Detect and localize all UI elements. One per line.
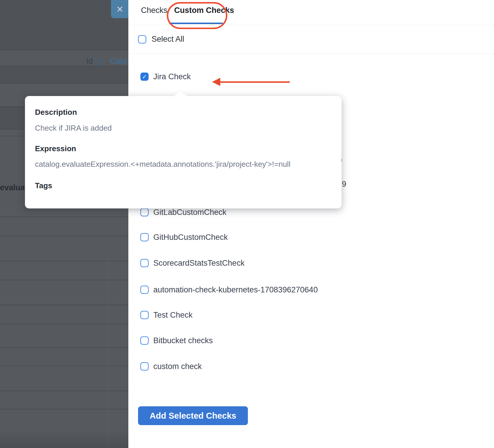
checkbox[interactable] xyxy=(140,208,149,216)
checkbox[interactable] xyxy=(140,286,149,294)
table-header-id: Id i : Cata xyxy=(86,57,127,66)
table-row-separator xyxy=(0,409,128,409)
checkbox[interactable] xyxy=(140,336,149,345)
check-label: ScorecardStatsTestCheck xyxy=(153,259,245,268)
checkbox[interactable] xyxy=(140,362,149,370)
annotation-arrow-icon xyxy=(212,78,220,86)
check-row[interactable]: ScorecardStatsTestCheck xyxy=(140,259,245,267)
tooltip-tags-label: Tags xyxy=(35,181,52,190)
tooltip-description-label: Description xyxy=(35,108,77,117)
checkbox[interactable] xyxy=(140,311,149,319)
check-label: GitLabCustomCheck xyxy=(153,208,226,217)
check-row[interactable]: GitHubCustomCheck xyxy=(140,233,228,241)
table-row-separator xyxy=(0,217,128,217)
check-label: Bitbucket checks xyxy=(153,336,213,345)
table-cell-partial-text: evaluat xyxy=(0,183,27,192)
table-row-separator xyxy=(0,391,128,391)
check-row[interactable]: ✓Jira Check xyxy=(140,73,191,81)
id-label: Id xyxy=(86,57,93,66)
tab-custom-checks[interactable]: Custom Checks xyxy=(174,6,234,15)
checkbox[interactable] xyxy=(140,233,149,241)
check-row[interactable]: automation-check-kubernetes-170839627064… xyxy=(140,286,318,294)
divider xyxy=(128,25,494,25)
checkbox[interactable] xyxy=(140,259,149,267)
table-row-separator xyxy=(0,261,128,261)
table-bottom-shade xyxy=(0,429,128,448)
check-label: GitHubCustomCheck xyxy=(153,233,228,242)
checkbox-checked[interactable]: ✓ xyxy=(140,73,149,81)
close-button[interactable]: ✕ xyxy=(111,0,129,18)
table-row-separator xyxy=(0,236,128,236)
table-row-band xyxy=(0,66,128,83)
table-row-separator xyxy=(0,305,128,305)
check-details-tooltip: Description Check if JIRA is added Expre… xyxy=(25,96,342,208)
table-row-separator xyxy=(0,66,128,66)
check-label: Jira Check xyxy=(153,72,191,81)
occluded-check-fragment: 9 xyxy=(342,180,346,189)
table-column-separator xyxy=(108,258,108,448)
annotation-arrow-line xyxy=(219,81,290,83)
check-row[interactable]: Bitbucket checks xyxy=(140,336,213,345)
table-row-separator xyxy=(0,83,128,83)
check-row[interactable]: GitLabCustomCheck xyxy=(140,208,226,216)
active-tab-underline xyxy=(169,23,223,24)
select-all-label: Select All xyxy=(152,35,184,44)
modal-backdrop: Id i : Cata evaluat xyxy=(0,0,128,448)
divider xyxy=(128,53,494,54)
checks-panel: Checks Custom Checks Select All ✓Jira Ch… xyxy=(128,0,494,448)
id-separator: : xyxy=(106,57,108,66)
check-label: Test Check xyxy=(153,311,193,320)
table-row-separator xyxy=(0,347,128,348)
tooltip-expression-label: Expression xyxy=(35,144,76,153)
table-row-separator xyxy=(0,324,128,324)
table-header-band xyxy=(0,0,128,50)
screen: Id i : Cata evaluat ✕ Checks Custom Chec… xyxy=(0,0,494,448)
select-all-row[interactable]: Select All xyxy=(138,35,184,44)
tooltip-description-value: Check if JIRA is added xyxy=(35,124,112,133)
tab-checks[interactable]: Checks xyxy=(141,6,167,15)
id-value-partial: Cata xyxy=(110,57,127,66)
check-label: custom check xyxy=(153,362,202,371)
close-icon: ✕ xyxy=(116,4,123,14)
check-row[interactable]: custom check xyxy=(140,362,202,370)
table-row-separator xyxy=(0,366,128,366)
select-all-checkbox[interactable] xyxy=(138,35,146,43)
check-label: automation-check-kubernetes-170839627064… xyxy=(153,285,318,294)
add-selected-checks-button[interactable]: Add Selected Checks xyxy=(138,406,248,425)
tooltip-expression-value: catalog.evaluateExpression.<+metadata.an… xyxy=(35,160,290,169)
info-icon: i xyxy=(95,58,103,65)
check-row[interactable]: Test Check xyxy=(140,311,193,319)
table-row-separator xyxy=(0,280,128,280)
table-row-separator xyxy=(0,50,128,50)
